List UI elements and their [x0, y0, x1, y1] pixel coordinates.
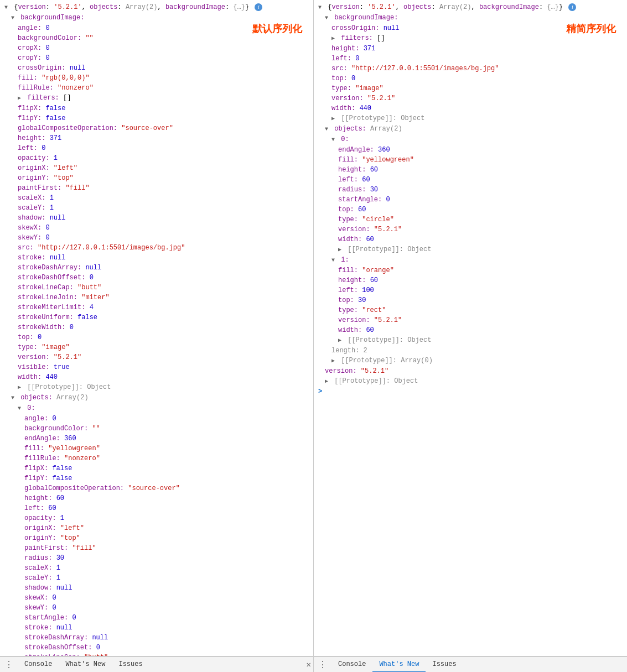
- o0-startAngle: startAngle: 0: [4, 613, 309, 623]
- r0-proto[interactable]: [[Prototype]]: Object: [318, 244, 623, 255]
- o0-fill: fill: "yellowgreen": [4, 444, 309, 454]
- r0-endAngle: endAngle: 360: [318, 145, 623, 155]
- info-icon-right[interactable]: i: [568, 3, 576, 11]
- li-strokeDashArray: strokeDashArray: null: [4, 263, 309, 273]
- r-obj1[interactable]: 1:: [318, 255, 623, 265]
- bg-image-section-right[interactable]: backgroundImage:: [318, 13, 623, 23]
- li-scaleY: scaleY: 1: [4, 203, 309, 213]
- r-obj0[interactable]: 0:: [318, 134, 623, 145]
- obj-0-left[interactable]: 0:: [4, 403, 309, 414]
- bg-expand-left[interactable]: [11, 13, 17, 23]
- r-filters[interactable]: filters: []: [318, 33, 623, 44]
- li-stroke: stroke: null: [4, 253, 309, 263]
- o0-flipY: flipY: false: [4, 473, 309, 483]
- r1-proto[interactable]: [[Prototype]]: Object: [318, 335, 623, 346]
- r-proto-array-expand[interactable]: [331, 356, 337, 366]
- bg-expand-right[interactable]: [325, 13, 330, 23]
- li-originX: originX: "left": [4, 163, 309, 173]
- left-close-arrow[interactable]: ✕: [304, 660, 313, 669]
- panels-container: 默认序列化 {version: '5.2.1', objects: Array(…: [0, 0, 627, 657]
- li-flipY: flipY: false: [4, 113, 309, 123]
- bg-image-section-left[interactable]: backgroundImage:: [4, 13, 309, 23]
- r0-proto-expand[interactable]: [338, 245, 344, 255]
- r-left: left: 0: [318, 54, 623, 64]
- r0-version: version: "5.2.1": [318, 225, 623, 235]
- o0-shadow: shadow: null: [4, 583, 309, 593]
- info-icon-left[interactable]: i: [255, 3, 262, 11]
- li-filters[interactable]: filters: []: [4, 93, 309, 103]
- o0-skewY: skewY: 0: [4, 603, 309, 613]
- o0-opacity: opacity: 1: [4, 513, 309, 523]
- objects-expand-right[interactable]: [325, 124, 330, 134]
- li-opacity: opacity: 1: [4, 153, 309, 163]
- r1-width: width: 60: [318, 325, 623, 335]
- r1-proto-expand[interactable]: [338, 336, 344, 346]
- right-tab-whats-new[interactable]: What's New: [372, 657, 426, 673]
- left-toolbar-dots[interactable]: ⋮: [0, 659, 18, 670]
- root-line-right[interactable]: {version: '5.2.1', objects: Array(2), ba…: [318, 2, 623, 13]
- li-proto-bg[interactable]: [[Prototype]]: Object: [4, 382, 309, 393]
- o0-gco: globalCompositeOperation: "source-over": [4, 483, 309, 493]
- o0-originX: originX: "left": [4, 523, 309, 533]
- objects-section-left[interactable]: objects: Array(2): [4, 393, 309, 403]
- r-proto-bg[interactable]: [[Prototype]]: Object: [318, 113, 623, 124]
- filters-expand-left[interactable]: [18, 93, 23, 103]
- li-type: type: "image": [4, 342, 309, 352]
- r0-type: type: "circle": [318, 215, 623, 225]
- objects-section-right[interactable]: objects: Array(2): [318, 124, 623, 134]
- li-originY: originY: "top": [4, 173, 309, 183]
- r1-height: height: 60: [318, 275, 623, 285]
- right-toolbar-dots[interactable]: ⋮: [314, 659, 331, 670]
- right-tab-console[interactable]: Console: [331, 657, 372, 673]
- li-height: height: 371: [4, 133, 309, 143]
- r-proto-array[interactable]: [[Prototype]]: Array(0): [318, 356, 623, 366]
- left-tab-whats-new[interactable]: What's New: [59, 657, 112, 673]
- o0-paintFirst: paintFirst: "fill": [4, 543, 309, 553]
- r1-left: left: 100: [318, 285, 623, 295]
- obj0-expand[interactable]: [18, 404, 23, 414]
- root-line-left[interactable]: {version: '5.2.1', objects: Array(2), ba…: [4, 2, 309, 13]
- r-root-version: version: "5.2.1": [318, 366, 623, 376]
- objects-expand-left[interactable]: [11, 393, 17, 403]
- left-tab-issues[interactable]: Issues: [112, 657, 149, 673]
- r0-startAngle: startAngle: 0: [318, 195, 623, 205]
- left-tab-console[interactable]: Console: [18, 657, 59, 673]
- li-top: top: 0: [4, 332, 309, 342]
- filters-expand-right[interactable]: [331, 34, 337, 44]
- li-paintFirst: paintFirst: "fill": [4, 183, 309, 193]
- li-bgColor: backgroundColor: "": [4, 33, 309, 43]
- o0-stroke: stroke: null: [4, 623, 309, 633]
- li-flipX: flipX: false: [4, 103, 309, 113]
- right-devtools-panel: ⋮ Console What's New Issues: [314, 657, 627, 672]
- proto-expand-bg-right[interactable]: [331, 114, 337, 124]
- r-root-proto[interactable]: [[Prototype]]: Object: [318, 376, 623, 387]
- right-tab-issues[interactable]: Issues: [426, 657, 463, 673]
- li-left: left: 0: [4, 143, 309, 153]
- r-type: type: "image": [318, 84, 623, 93]
- root-expand-left[interactable]: [4, 3, 10, 13]
- left-panel-content[interactable]: 默认序列化 {version: '5.2.1', objects: Array(…: [0, 0, 313, 656]
- li-skewY: skewY: 0: [4, 233, 309, 243]
- proto-expand-bg[interactable]: [18, 383, 23, 393]
- o0-radius: radius: 30: [4, 553, 309, 563]
- r-length: length: 2: [318, 346, 623, 356]
- r0-top: top: 60: [318, 205, 623, 215]
- r-cursor[interactable]: >: [318, 387, 623, 397]
- li-visible: visible: true: [4, 362, 309, 372]
- o0-scaleX: scaleX: 1: [4, 563, 309, 573]
- r1-type: type: "rect": [318, 305, 623, 315]
- r-version: version: "5.2.1": [318, 93, 623, 103]
- r-obj0-expand[interactable]: [331, 135, 337, 145]
- li-scaleX: scaleX: 1: [4, 193, 309, 203]
- r-crossOrigin: crossOrigin: null: [318, 23, 623, 33]
- r1-fill: fill: "orange": [318, 265, 623, 275]
- r0-left: left: 60: [318, 175, 623, 185]
- li-shadow: shadow: null: [4, 213, 309, 223]
- o0-skewX: skewX: 0: [4, 593, 309, 603]
- right-panel-content[interactable]: 精简序列化 {version: '5.2.1', objects: Array(…: [314, 0, 627, 656]
- li-angle: angle: 0: [4, 23, 309, 33]
- r-root-proto-expand[interactable]: [325, 377, 330, 387]
- o0-scaleY: scaleY: 1: [4, 573, 309, 583]
- r-obj1-expand[interactable]: [331, 256, 337, 265]
- root-expand-right[interactable]: [318, 3, 324, 13]
